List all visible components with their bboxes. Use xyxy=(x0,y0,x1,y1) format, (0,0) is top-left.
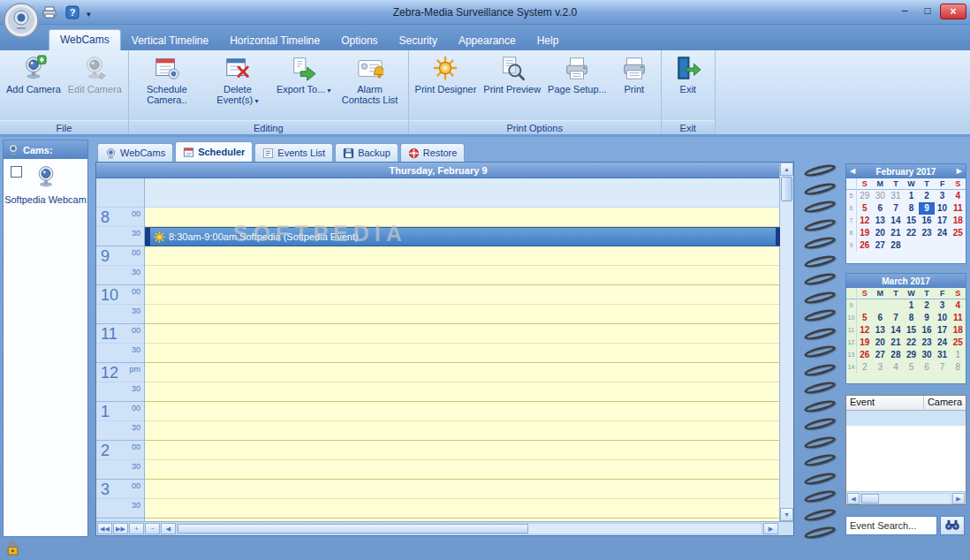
calendar-day[interactable]: 23 xyxy=(919,337,935,349)
ribbon-tab-vertical-timeline[interactable]: Vertical Timeline xyxy=(121,32,219,50)
printer-icon[interactable] xyxy=(41,4,58,20)
event-table-body[interactable] xyxy=(846,426,966,491)
calendar-day[interactable]: 14 xyxy=(888,324,904,337)
table-scroll-track[interactable] xyxy=(860,493,951,504)
schedule-row[interactable] xyxy=(145,208,780,227)
scroll-right-icon[interactable]: ▶ xyxy=(763,523,778,534)
calendar-day[interactable]: 25 xyxy=(950,337,966,349)
calendar-day[interactable]: 28 xyxy=(888,239,904,252)
tab-events-list[interactable]: Events List xyxy=(254,143,333,162)
ribbon-tab-security[interactable]: Security xyxy=(389,32,448,50)
calendar-day[interactable]: 15 xyxy=(904,324,920,337)
calendar-day[interactable]: 22 xyxy=(904,227,920,239)
calendar-day[interactable]: 8 xyxy=(904,312,920,324)
calendar-day[interactable]: 19 xyxy=(857,227,873,239)
print-preview-button[interactable]: Print Preview xyxy=(481,53,543,95)
calendar-day[interactable]: 8 xyxy=(904,202,920,215)
calendar-day[interactable]: 27 xyxy=(873,239,889,252)
tab-webcams[interactable]: WebCams xyxy=(97,143,173,162)
calendar-day[interactable]: 13 xyxy=(873,324,889,337)
calendar-day[interactable]: 6 xyxy=(919,361,935,374)
calendar-day[interactable]: 4 xyxy=(950,190,966,202)
event-search-button[interactable] xyxy=(940,516,965,535)
calendar-day[interactable]: 28 xyxy=(888,349,904,361)
exit-button[interactable]: Exit xyxy=(665,53,711,95)
calendar-day[interactable]: 5 xyxy=(857,202,873,215)
app-logo-webcam-icon[interactable] xyxy=(4,3,39,38)
schedule-row[interactable] xyxy=(145,402,780,421)
calendar-day[interactable]: 4 xyxy=(950,299,966,312)
horizontal-scrollbar-thumb[interactable] xyxy=(178,524,528,534)
event-table-empty-row[interactable] xyxy=(846,411,966,426)
vertical-scrollbar[interactable]: ▲ ▼ xyxy=(779,163,793,521)
calendar-day[interactable]: 1 xyxy=(904,299,920,312)
calendar-day[interactable]: 22 xyxy=(904,337,920,349)
calendar-day[interactable]: 1 xyxy=(950,349,966,361)
calendar-day[interactable]: 10 xyxy=(935,202,951,215)
tab-scheduler[interactable]: Scheduler xyxy=(175,141,253,162)
ribbon-tab-horizontal-timeline[interactable]: Horizontal Timeline xyxy=(219,32,330,50)
scroll-up-icon[interactable]: ▲ xyxy=(780,163,793,176)
schedule-row[interactable] xyxy=(145,305,780,324)
calendar-day[interactable]: 21 xyxy=(888,337,904,349)
last-button[interactable]: ▶▶ xyxy=(113,523,128,534)
calendar-day[interactable]: 20 xyxy=(873,337,889,349)
ribbon-tab-appearance[interactable]: Appearance xyxy=(448,32,527,50)
close-button[interactable]: × xyxy=(940,4,966,19)
calendar-day[interactable]: 30 xyxy=(873,190,889,202)
table-scrollbar-thumb[interactable] xyxy=(861,494,879,503)
calendar-day[interactable]: 18 xyxy=(950,215,966,227)
ribbon-tab-options[interactable]: Options xyxy=(330,32,388,50)
camera-list-item[interactable]: Softpedia Webcam xyxy=(4,159,87,206)
event-search-input[interactable] xyxy=(845,516,937,535)
calendar-day[interactable]: 26 xyxy=(857,239,873,252)
schedule-row[interactable] xyxy=(145,480,780,499)
calendar-day[interactable]: 16 xyxy=(919,324,935,337)
calendar-day[interactable]: 14 xyxy=(888,215,904,227)
ribbon-tab-help[interactable]: Help xyxy=(527,32,570,50)
scroll-left-icon[interactable]: ◀ xyxy=(161,523,176,534)
calendar-day[interactable]: 4 xyxy=(888,361,904,374)
schedule-row[interactable] xyxy=(145,499,780,518)
calendar-day[interactable]: 11 xyxy=(950,202,966,215)
calendar-day[interactable]: 16 xyxy=(919,215,935,227)
schedule-row[interactable] xyxy=(145,344,780,363)
calendar-day[interactable]: 24 xyxy=(935,337,951,349)
zoom-in-button[interactable]: + xyxy=(129,523,144,534)
scroll-down-icon[interactable]: ▼ xyxy=(780,508,793,521)
schedule-row[interactable] xyxy=(145,421,780,441)
calendar-day[interactable]: 29 xyxy=(904,349,920,361)
calendar-day[interactable]: 11 xyxy=(950,312,966,324)
calendar-day[interactable]: 9 xyxy=(919,202,935,215)
calendar-day[interactable]: 1 xyxy=(904,190,920,202)
calendar-day[interactable]: 27 xyxy=(873,349,889,361)
print-button[interactable]: Print xyxy=(611,53,657,95)
add-camera-button[interactable]: Add Camera xyxy=(4,53,64,95)
export-to-button[interactable]: Export To... ▾ xyxy=(274,53,334,97)
calendar-day[interactable]: 29 xyxy=(857,190,873,202)
schedule-row[interactable] xyxy=(145,178,780,208)
schedule-row[interactable] xyxy=(145,246,780,266)
calendar-day[interactable]: 15 xyxy=(904,215,920,227)
tab-restore[interactable]: Restore xyxy=(400,143,466,162)
table-scroll-right-icon[interactable]: ▶ xyxy=(952,493,965,504)
calendar-day[interactable]: 8 xyxy=(950,361,966,374)
calendar-day[interactable]: 6 xyxy=(873,312,889,324)
calendar-day[interactable]: 3 xyxy=(935,299,951,312)
calendar-day[interactable]: 6 xyxy=(873,202,889,215)
column-header-camera[interactable]: Camera xyxy=(924,396,966,410)
calendar-day[interactable]: 5 xyxy=(904,361,920,374)
calendar-day[interactable]: 25 xyxy=(950,227,966,239)
table-scroll-left-icon[interactable]: ◀ xyxy=(847,493,860,504)
calendar-day[interactable]: 9 xyxy=(919,312,935,324)
calendar-day[interactable]: 3 xyxy=(935,190,951,202)
tab-backup[interactable]: Backup xyxy=(335,143,398,162)
horizontal-scrollbar[interactable] xyxy=(177,523,762,534)
calendar-day[interactable]: 17 xyxy=(935,324,951,337)
schedule-grid[interactable]: 8:30am-9:00am Softpedia (Softpedia Event… xyxy=(145,178,780,521)
page-setup-button[interactable]: Page Setup... xyxy=(545,53,610,95)
calendar-day[interactable]: 23 xyxy=(919,227,935,239)
calendar-day[interactable]: 21 xyxy=(888,227,904,239)
column-header-event[interactable]: Event xyxy=(846,396,924,410)
schedule-row[interactable] xyxy=(145,266,780,285)
